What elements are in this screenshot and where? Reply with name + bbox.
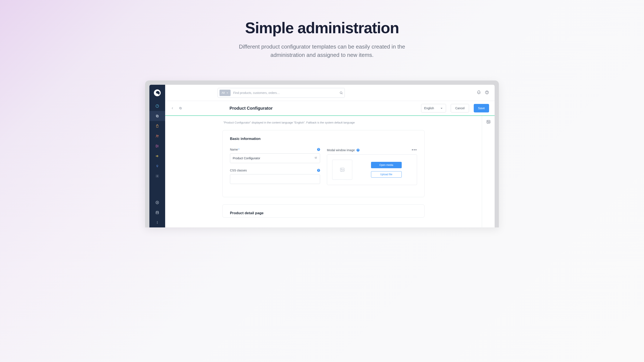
svg-point-4 <box>156 135 158 136</box>
svg-point-13 <box>157 175 158 177</box>
svg-rect-3 <box>156 115 158 116</box>
svg-rect-25 <box>180 107 181 109</box>
main-area: All <box>165 85 494 227</box>
image-icon <box>340 167 345 172</box>
name-input[interactable] <box>233 156 314 160</box>
svg-rect-2 <box>157 115 158 117</box>
admin-sidebar <box>150 85 165 227</box>
search-scope-dropdown[interactable]: All <box>220 90 230 96</box>
plug-icon <box>155 164 159 168</box>
sidebar-item-customers[interactable] <box>150 131 165 141</box>
notifications-button[interactable] <box>477 90 481 95</box>
sidebar-item-content[interactable] <box>150 141 165 151</box>
page-nav <box>171 106 182 110</box>
store-icon <box>155 211 159 214</box>
media-actions: Open media Upload file <box>361 162 412 178</box>
sidebar-item-extensions[interactable] <box>150 161 165 171</box>
svg-rect-24 <box>180 107 181 109</box>
media-placeholder <box>332 160 352 180</box>
admin-app-window: All <box>150 85 494 227</box>
sidebar-nav <box>150 101 165 191</box>
svg-rect-6 <box>156 145 157 147</box>
sliders-icon <box>314 156 317 159</box>
modal-image-help[interactable]: ? <box>356 149 360 152</box>
image-icon <box>486 120 490 124</box>
sidebar-item-more[interactable] <box>150 217 165 227</box>
open-media-button[interactable]: Open media <box>371 162 402 168</box>
sidebar-item-orders[interactable] <box>150 121 165 131</box>
gear-icon <box>155 174 159 178</box>
help-button[interactable] <box>485 90 489 95</box>
browser-frame: All <box>145 80 499 227</box>
search-input[interactable] <box>230 91 340 94</box>
copy-icon <box>155 114 159 118</box>
search-scope-label: All <box>222 91 224 94</box>
svg-point-23 <box>487 93 487 93</box>
svg-point-33 <box>341 169 342 170</box>
cancel-button[interactable]: Cancel <box>451 104 469 112</box>
content-scroll: "Product Configurator" displayed in the … <box>165 116 482 227</box>
page-header: Product Configurator English Cancel Save <box>165 101 494 116</box>
hero-title: Simple administration <box>8 19 636 37</box>
sidebar-item-catalogues[interactable] <box>150 111 165 121</box>
right-rail-media[interactable] <box>486 120 490 125</box>
chevron-down-icon <box>226 92 228 94</box>
svg-line-21 <box>342 93 342 94</box>
layout-list-icon <box>155 144 159 148</box>
chevron-down-icon <box>440 107 443 109</box>
page-title: Product Configurator <box>230 106 416 111</box>
hero-section: Simple administration Different product … <box>0 0 644 72</box>
svg-rect-34 <box>487 120 490 123</box>
sidebar-item-dashboard[interactable] <box>150 101 165 111</box>
css-help[interactable]: ? <box>317 169 320 172</box>
language-select[interactable]: English <box>421 104 446 112</box>
card-title: Product detail page <box>230 211 417 215</box>
hero-subtitle: Different product configurator templates… <box>226 42 418 59</box>
dots-vertical-icon <box>155 221 159 224</box>
back-icon[interactable] <box>171 106 174 110</box>
svg-point-29 <box>315 157 315 158</box>
field-label: Modal window image ? <box>327 148 360 152</box>
duplicate-icon[interactable] <box>179 106 182 110</box>
app-logo[interactable] <box>150 85 165 101</box>
modal-image-more[interactable]: ••• <box>412 148 417 152</box>
media-upload-box: Open media Upload file <box>327 154 417 185</box>
svg-point-20 <box>340 92 342 93</box>
basic-information-card: Basic information Name* <box>222 130 424 197</box>
svg-point-35 <box>487 121 488 122</box>
product-detail-page-card: Product detail page <box>222 204 424 218</box>
language-info-line: "Product Configurator" displayed in the … <box>222 121 424 124</box>
field-label: CSS classes <box>230 169 247 172</box>
top-header-actions <box>477 90 489 95</box>
search-icon <box>340 91 343 94</box>
svg-point-5 <box>158 135 158 136</box>
svg-point-31 <box>316 157 317 157</box>
svg-point-19 <box>157 223 158 224</box>
content-wrap: "Product Configurator" displayed in the … <box>165 116 494 227</box>
plus-circle-icon <box>155 201 159 204</box>
sidebar-item-add[interactable] <box>150 197 165 207</box>
search-submit[interactable] <box>340 91 343 94</box>
bag-icon <box>155 124 159 128</box>
name-field: Name* ? <box>230 148 320 163</box>
svg-point-18 <box>157 222 158 223</box>
name-input-wrap <box>230 153 320 163</box>
upload-file-button[interactable]: Upload file <box>371 171 402 178</box>
top-header: All <box>165 85 494 101</box>
svg-point-30 <box>316 158 316 158</box>
name-help[interactable]: ? <box>317 148 320 151</box>
sidebar-item-settings[interactable] <box>150 171 165 181</box>
sidebar-item-marketing[interactable] <box>150 151 165 161</box>
inheritance-toggle[interactable] <box>314 156 317 160</box>
save-button[interactable]: Save <box>474 104 489 112</box>
users-icon <box>155 134 159 138</box>
css-classes-input[interactable] <box>233 177 317 181</box>
sidebar-nav-bottom <box>150 197 165 227</box>
shopware-logo-icon <box>154 89 161 96</box>
card-title: Basic information <box>230 137 417 141</box>
gauge-icon <box>155 104 159 108</box>
right-rail <box>482 116 494 227</box>
sidebar-item-store[interactable] <box>150 207 165 217</box>
css-classes-field: CSS classes ? <box>230 169 320 184</box>
language-select-value: English <box>424 106 434 110</box>
